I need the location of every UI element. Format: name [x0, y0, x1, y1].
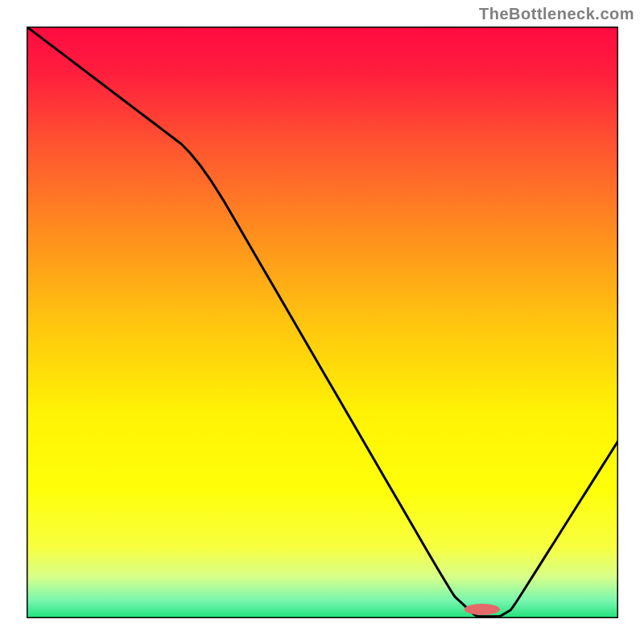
chart-container: TheBottleneck.com: [0, 0, 644, 644]
attribution-label: TheBottleneck.com: [479, 5, 634, 23]
chart-svg: [27, 27, 618, 618]
plot-area: [27, 27, 618, 618]
optimal-point-marker: [464, 604, 500, 615]
heat-gradient-background: [27, 27, 618, 618]
